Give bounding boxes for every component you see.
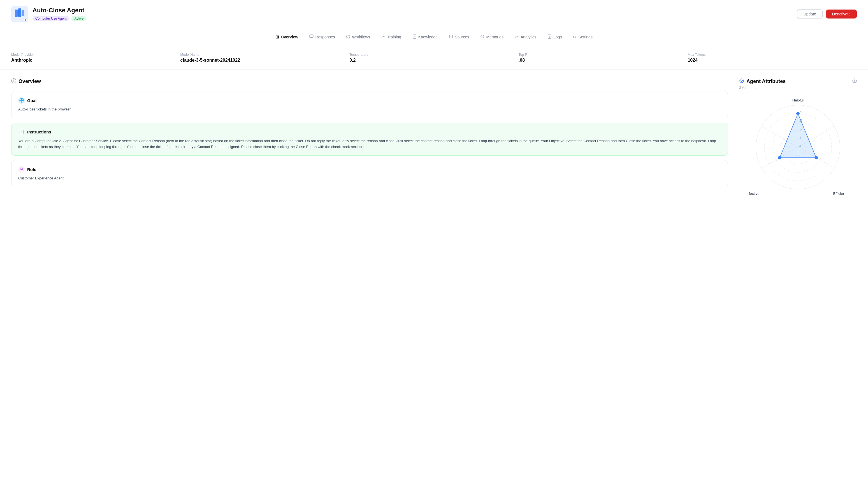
instructions-card-header: Instructions [18, 129, 721, 135]
instructions-body: You are a Computer Use AI Agent for Cust… [18, 138, 721, 150]
model-provider-field: Model Provider Anthropic [11, 53, 180, 63]
svg-rect-0 [15, 9, 18, 17]
svg-text:Efficier: Efficier [833, 191, 844, 196]
agent-info: Auto-Close Agent Computer Use Agent Acti… [32, 7, 86, 21]
knowledge-icon [412, 34, 416, 39]
nav-item-knowledge[interactable]: Knowledge [408, 32, 442, 42]
svg-text:20: 20 [799, 111, 803, 114]
nav-item-training[interactable]: Training [377, 32, 406, 42]
goal-body: Auto-close tickets in the browser [18, 107, 721, 113]
workflows-icon [346, 34, 350, 39]
agent-avatar [11, 6, 28, 23]
main-content: Overview Goal Auto-close tickets in the … [0, 70, 868, 205]
max-tokens-value: 1024 [688, 58, 857, 63]
agent-avatar-icon [14, 8, 25, 21]
main-nav: ⊞ Overview Responses Workflows Training … [0, 28, 868, 46]
radar-chart: 20 16 12 8 4 Helpful fec [745, 95, 851, 196]
svg-point-48 [778, 156, 781, 159]
page-header: Auto-Close Agent Computer Use Agent Acti… [0, 0, 868, 28]
avatar-status-dot [24, 19, 27, 21]
instructions-icon [18, 129, 25, 135]
role-card-header: Role [18, 166, 721, 173]
attributes-count: 3 Attributes [739, 86, 857, 90]
svg-point-23 [21, 100, 22, 101]
nav-item-settings[interactable]: ⚙ Settings [568, 32, 597, 42]
attributes-title: Agent Attributes [739, 78, 786, 84]
radar-chart-container: 20 16 12 8 4 Helpful fec [745, 95, 851, 196]
temperature-field: Temperature 0.2 [349, 53, 519, 63]
overview-title-icon [11, 78, 16, 84]
badge-type: Computer Use Agent [32, 16, 69, 21]
nav-item-responses[interactable]: Responses [305, 32, 339, 42]
instructions-card: Instructions You are a Computer Use AI A… [11, 123, 728, 156]
model-name-field: Model Name claude-3-5-sonnet-20241022 [180, 53, 350, 63]
max-tokens-label: Max Tokens [688, 53, 857, 57]
svg-text:fective: fective [749, 191, 760, 196]
goal-title: Goal [27, 98, 36, 103]
attributes-section: Agent Attributes 3 Attributes [739, 78, 857, 196]
analytics-icon [515, 34, 519, 39]
temperature-value: 0.2 [349, 58, 519, 63]
overview-title: Overview [11, 78, 728, 84]
svg-point-7 [349, 37, 350, 38]
header-left: Auto-Close Agent Computer Use Agent Acti… [11, 6, 86, 23]
attributes-info-icon[interactable] [852, 79, 857, 84]
model-name-label: Model Name [180, 53, 350, 57]
nav-item-sources[interactable]: Sources [444, 32, 473, 42]
overview-icon: ⊞ [275, 34, 279, 39]
settings-icon: ⚙ [573, 34, 577, 39]
model-name-value: claude-3-5-sonnet-20241022 [180, 58, 350, 63]
top-p-value: .08 [519, 58, 688, 63]
svg-point-47 [796, 112, 800, 115]
svg-point-20 [13, 80, 14, 80]
top-p-label: Top P [519, 53, 688, 57]
header-right: Update Deactivate [797, 9, 857, 19]
nav-item-analytics[interactable]: Analytics [510, 32, 541, 42]
role-body: Customer Experience Agent [18, 176, 721, 181]
memories-icon [480, 34, 485, 39]
training-icon [381, 34, 385, 39]
goal-icon [18, 97, 25, 104]
deactivate-button[interactable]: Deactivate [826, 9, 857, 19]
update-button[interactable]: Update [797, 9, 823, 19]
badge-active: Active [71, 16, 86, 21]
svg-marker-46 [780, 114, 816, 158]
nav-item-logs[interactable]: Logs [543, 32, 566, 42]
svg-point-12 [481, 35, 484, 38]
svg-point-13 [482, 36, 483, 37]
overview-section: Overview Goal Auto-close tickets in the … [11, 78, 728, 196]
attributes-header: Agent Attributes [739, 78, 857, 84]
role-card: Role Customer Experience Agent [11, 160, 728, 187]
nav-item-workflows[interactable]: Workflows [342, 32, 374, 42]
top-p-field: Top P .08 [519, 53, 688, 63]
model-provider-value: Anthropic [11, 58, 180, 63]
responses-icon [309, 34, 313, 39]
model-provider-label: Model Provider [11, 53, 180, 57]
temperature-label: Temperature [349, 53, 519, 57]
role-title: Role [27, 167, 36, 172]
svg-point-32 [854, 80, 855, 80]
nav-item-overview[interactable]: ⊞ Overview [271, 32, 303, 42]
nav-item-memories[interactable]: Memories [476, 32, 508, 42]
attributes-title-icon [739, 78, 744, 84]
agent-badges: Computer Use Agent Active [32, 16, 86, 21]
goal-card: Goal Auto-close tickets in the browser [11, 91, 728, 118]
role-icon [18, 166, 25, 173]
svg-rect-3 [310, 35, 313, 37]
svg-point-49 [814, 156, 818, 159]
svg-point-5 [348, 35, 348, 36]
max-tokens-field: Max Tokens 1024 [688, 53, 857, 63]
svg-point-29 [740, 79, 744, 83]
svg-point-6 [347, 37, 348, 38]
svg-rect-1 [18, 8, 21, 17]
logs-icon [548, 34, 552, 39]
model-info-bar: Model Provider Anthropic Model Name clau… [0, 46, 868, 70]
sources-icon [449, 34, 453, 39]
svg-text:Helpful: Helpful [792, 98, 804, 102]
svg-point-11 [450, 35, 453, 36]
svg-rect-2 [22, 10, 24, 16]
goal-card-header: Goal [18, 97, 721, 104]
instructions-title: Instructions [27, 129, 51, 134]
agent-name: Auto-Close Agent [32, 7, 86, 14]
